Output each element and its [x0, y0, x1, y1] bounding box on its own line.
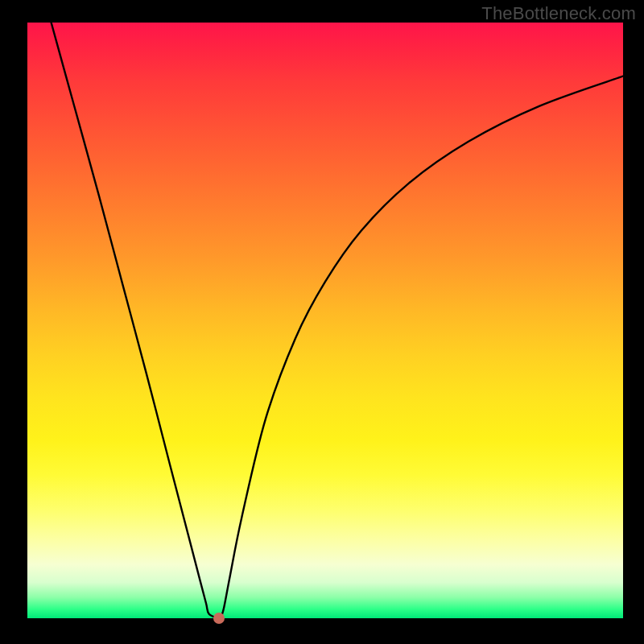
chart-plot-area: [27, 23, 623, 618]
watermark-text: TheBottleneck.com: [481, 3, 636, 24]
bottleneck-curve: [27, 23, 623, 618]
minimum-marker: [213, 613, 225, 624]
